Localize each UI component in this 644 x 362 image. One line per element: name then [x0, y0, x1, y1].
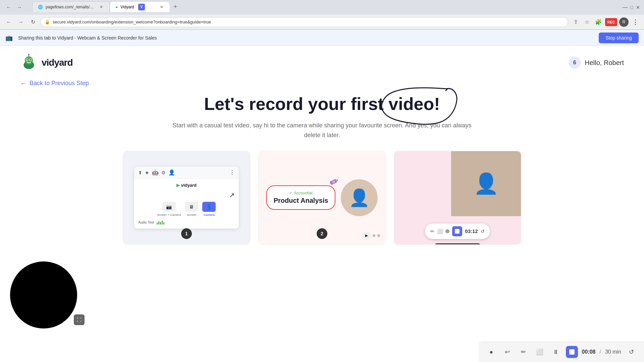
page-title: Let's record your first video! — [204, 94, 440, 114]
tab1-close-icon[interactable]: ✕ — [99, 4, 104, 10]
stop-sharing-button[interactable]: Stop sharing — [599, 33, 639, 43]
cards-row: ⬆ ★ 🤖 ⚙ 👤 ⋮ ▶ vidyard — [20, 151, 624, 245]
person-circle: 👤 — [341, 179, 378, 216]
expand-icon: ⛶ — [77, 317, 82, 322]
logo-area: vidyard — [20, 54, 73, 71]
vidyard-logo-icon — [20, 54, 38, 71]
card-1: ⬆ ★ 🤖 ⚙ 👤 ⋮ ▶ vidyard — [123, 151, 250, 245]
minimize-button[interactable]: — — [623, 4, 628, 10]
browser-titlebar: ← → 🌐 pageflows.com/_/emails/_/7fb5... ✕… — [0, 0, 644, 15]
page-content: vidyard 6 Hello, Robert ← Back to Previo… — [0, 46, 644, 245]
record-dot — [445, 229, 449, 233]
back-button[interactable]: ← — [4, 3, 13, 12]
bottom-crop-icon[interactable]: ⬜ — [534, 346, 546, 358]
user-name-text: Hello, Robert — [585, 59, 624, 67]
annotate-icon[interactable]: ✏ — [430, 229, 434, 234]
more-options-icon[interactable]: ⋮ — [631, 17, 640, 27]
webcam-expand-button[interactable]: ⛶ — [74, 314, 85, 325]
profile-avatar: R — [619, 17, 629, 27]
recording-timer: 03:12 — [465, 228, 478, 234]
card1-number: 1 — [181, 228, 192, 239]
back-arrow-icon: ← — [20, 79, 27, 87]
card-2: ✓Accountial Product Analysis ✏ 👤 — [258, 151, 386, 245]
address-bar[interactable]: 🔒 secure.vidyard.com/onboarding/extensio… — [40, 17, 568, 27]
tab1-favicon: 🌐 — [38, 5, 43, 9]
card1-robot-icon: 🤖 — [152, 169, 159, 176]
crop-icon[interactable]: ⬜ — [437, 229, 443, 234]
card1-screen-option: 🖥 Screen — [185, 202, 198, 217]
card2-number: 2 — [317, 228, 327, 239]
browser-refresh-button[interactable]: ↻ — [28, 17, 38, 27]
sharing-indicator-icon: 📺 — [5, 34, 13, 42]
card1-camera-option: 👤 Camera — [202, 202, 216, 217]
card1-cursor-icon: ⋮ — [229, 169, 235, 176]
close-button[interactable]: ✕ — [636, 5, 640, 10]
main-content: Let's record your first video! Start wit… — [0, 94, 644, 245]
svg-point-1 — [25, 56, 33, 64]
lock-icon: 🔒 — [45, 19, 50, 24]
card1-avatar-icon: 👤 — [168, 169, 175, 176]
bottom-pause-icon[interactable]: ⏸ — [550, 346, 562, 358]
person-image: 👤 — [451, 151, 521, 217]
card1-star-icon: ★ — [145, 170, 149, 175]
browser-back-button[interactable]: ← — [4, 17, 13, 27]
product-analysis-box: ✓Accountial Product Analysis — [266, 185, 336, 210]
forward-button[interactable]: → — [15, 3, 24, 12]
back-link-label: Back to Previous Step — [30, 80, 89, 87]
rec-badge: REC — [605, 18, 617, 26]
tab1-label: pageflows.com/_/emails/_/7fb5... — [46, 5, 96, 9]
title-wrapper: Let's record your first video! — [204, 94, 440, 121]
sharing-text: Sharing this tab to Vidyard - Webcam & S… — [18, 35, 593, 41]
bottom-recording-bar: ● ↩ ✏ ⬜ ⏸ 00:08 / 30 min ↺ — [479, 342, 644, 362]
address-text: secure.vidyard.com/onboarding/extension_… — [53, 19, 211, 24]
card1-audio-row: Audio Test — [138, 220, 234, 225]
tab2-ext-icon: V — [138, 4, 145, 10]
bottom-annotate-icon[interactable]: ✏ — [518, 346, 530, 358]
tab2-label: Vidyard — [120, 5, 134, 9]
tab2-close-icon[interactable]: ✕ — [159, 4, 164, 10]
sharing-bar: 📺 Sharing this tab to Vidyard - Webcam &… — [0, 30, 644, 46]
tab-pageflows[interactable]: 🌐 pageflows.com/_/emails/_/7fb5... ✕ — [32, 1, 110, 12]
user-step-number: 6 — [569, 57, 581, 69]
stop-button-inner — [455, 229, 460, 234]
browser-chrome: ← → 🌐 pageflows.com/_/emails/_/7fb5... ✕… — [0, 0, 644, 30]
svg-point-7 — [28, 54, 29, 55]
bottom-current-time: 00:08 — [582, 349, 596, 355]
new-tab-button[interactable]: + — [170, 1, 181, 12]
recording-controls: ✏ ⬜ 03:12 ↺ — [425, 224, 490, 239]
restore-button[interactable]: □ — [631, 5, 633, 10]
stop-tooltip: Stop (Ctrl+Shift+2) — [435, 243, 480, 245]
refresh-icon[interactable]: ↺ — [481, 229, 485, 234]
user-greeting: 6 Hello, Robert — [569, 57, 624, 69]
tab2-favicon: ● — [115, 5, 118, 9]
card1-upload-icon: ⬆ — [138, 170, 142, 175]
card3-content: 👤 ✏ ⬜ 03:12 ↺ — [394, 151, 521, 244]
main-subtitle: Start with a casual test video, say hi t… — [171, 121, 473, 140]
toolbar-actions: ⇧ ☆ 🧩 REC R ⋮ — [571, 17, 640, 27]
bottom-undo-icon[interactable]: ↩ — [501, 346, 514, 358]
bottom-stop-button[interactable] — [566, 346, 578, 358]
card2-indicators: ▶ — [363, 232, 380, 240]
tab-vidyard[interactable]: ● Vidyard V ✕ — [110, 1, 170, 12]
back-link[interactable]: ← Back to Previous Step — [0, 79, 644, 87]
card1-screen-camera-option: 📷 Screen + Camera — [157, 202, 181, 217]
card-3: 👤 ✏ ⬜ 03:12 ↺ — [394, 151, 521, 245]
mouse-cursor-icon: ↗ — [229, 191, 235, 199]
svg-point-5 — [30, 59, 31, 60]
bottom-divider: / — [600, 349, 601, 355]
bottom-record-icon[interactable]: ● — [485, 346, 497, 358]
share-icon[interactable]: ⇧ — [571, 17, 580, 27]
card1-logo-text: ▶ vidyard — [138, 183, 234, 188]
browser-forward-button[interactable]: → — [16, 17, 25, 27]
stop-button[interactable] — [452, 226, 462, 236]
card3-controls-wrapper: ✏ ⬜ 03:12 ↺ Stop (Ctrl+Shift — [425, 224, 490, 239]
extensions-icon[interactable]: 🧩 — [594, 17, 603, 27]
browser-toolbar: ← → ↻ 🔒 secure.vidyard.com/onboarding/ex… — [0, 15, 644, 29]
star-icon[interactable]: ☆ — [582, 17, 592, 27]
svg-point-4 — [26, 59, 28, 60]
webcam-overlay — [10, 261, 77, 328]
bottom-stop-icon — [569, 349, 575, 355]
card1-settings-icon: ⚙ — [161, 170, 166, 175]
bottom-settings-icon[interactable]: ↺ — [625, 346, 637, 358]
browser-profile-icon[interactable]: R — [619, 17, 629, 27]
